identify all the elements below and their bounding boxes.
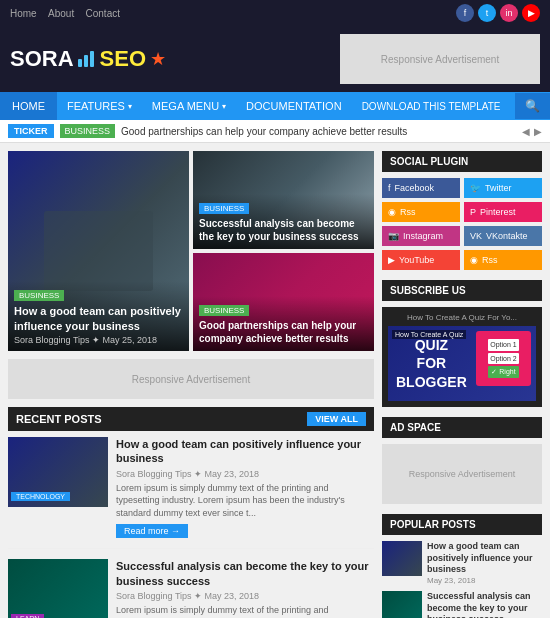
logo-dot: ★ (150, 48, 166, 70)
social-plugin-title: SOCIAL PLUGIN (382, 151, 542, 172)
featured-grid: BUSINESS How a good team can positively … (8, 151, 374, 351)
facebook-top-icon[interactable]: f (456, 4, 474, 22)
recent-post-1-content: How a good team can positively influence… (116, 437, 374, 538)
ticker-bar: TICKER BUSINESS Good partnerships can he… (0, 120, 550, 143)
main-feat-title: How a good team can positively influence… (14, 304, 183, 333)
recent-posts-header: RECENT POSTS VIEW ALL (8, 407, 374, 431)
features-chevron: ▾ (128, 102, 132, 111)
main-nav: HOME FEATURES ▾ MEGA MENU ▾ DOCUMENTATIO… (0, 92, 550, 120)
ticker-text: Good partnerships can help your company … (121, 126, 522, 137)
ad-space-section: AD SPACE Responsive Advertisement (382, 417, 542, 504)
nav-mega-menu[interactable]: MEGA MENU ▾ (142, 92, 236, 120)
twitter-top-icon[interactable]: t (478, 4, 496, 22)
facebook-btn[interactable]: f Facebook (382, 178, 460, 198)
main-feat-tag: BUSINESS (14, 290, 64, 301)
recent-post-1-excerpt: Lorem ipsum is simply dummy text of the … (116, 482, 374, 520)
logo-seo-text: SEO (100, 46, 146, 72)
rss2-label: Rss (482, 255, 498, 265)
popular-post-1-title[interactable]: How a good team can positively influence… (427, 541, 542, 576)
vk-icon: VK (470, 231, 482, 241)
vkontakte-btn[interactable]: VK VKontakte (464, 226, 542, 246)
subscribe-box: How To Create A Quiz For Yo... QUIZFORBL… (382, 307, 542, 407)
recent-post-1: TECHNOLOGY How a good team can positivel… (8, 437, 374, 549)
sidebar: SOCIAL PLUGIN f Facebook 🐦 Twitter ◉ Rss… (382, 151, 542, 618)
logo-area: SORA SEO ★ Responsive Advertisement (0, 26, 550, 92)
sub-feat-1-overlay: BUSINESS Successful analysis can become … (193, 194, 374, 249)
nav-documentation[interactable]: DOCUMENTATION (236, 92, 352, 120)
youtube-btn[interactable]: ▶ YouTube (382, 250, 460, 270)
recent-post-2-content: Successful analysis can become the key t… (116, 559, 374, 618)
popular-posts-title: POPULAR POSTS (382, 514, 542, 535)
top-nav: Home About Contact (10, 6, 128, 20)
popular-post-2-title[interactable]: Successful analysis can become the key t… (427, 591, 542, 618)
main-layout: BUSINESS How a good team can positively … (0, 143, 550, 618)
popular-post-1-info: How a good team can positively influence… (427, 541, 542, 585)
rss2-btn[interactable]: ◉ Rss (464, 250, 542, 270)
logo-sora-text: SORA (10, 46, 74, 72)
twitter-label: Twitter (485, 183, 512, 193)
subscribe-title: SUBSCRIBE US (382, 280, 542, 301)
megamenu-chevron: ▾ (222, 102, 226, 111)
content-area: BUSINESS How a good team can positively … (8, 151, 374, 618)
sub-feat-2-title: Good partnerships can help your company … (199, 319, 368, 345)
instagram-btn[interactable]: 📷 Instagram (382, 226, 460, 246)
nav-home-link[interactable]: Home (10, 8, 37, 19)
instagram-icon: 📷 (388, 231, 399, 241)
ticker-label: TICKER (8, 124, 54, 138)
nav-download[interactable]: DOWNLOAD THIS TEMPLATE (352, 93, 511, 120)
nav-about-link[interactable]: About (48, 8, 74, 19)
recent-post-1-thumb[interactable]: TECHNOLOGY (8, 437, 108, 507)
popular-posts-section: POPULAR POSTS How a good team can positi… (382, 514, 542, 618)
recent-post-2-thumb[interactable]: LEARN (8, 559, 108, 618)
recent-post-2-excerpt: Lorem ipsum is simply dummy text of the … (116, 604, 374, 618)
vk-label: VKontakte (486, 231, 528, 241)
twitter-btn[interactable]: 🐦 Twitter (464, 178, 542, 198)
social-grid: f Facebook 🐦 Twitter ◉ Rss P Pinterest 📷 (382, 178, 542, 270)
popular-post-1-thumb[interactable] (382, 541, 422, 576)
site-logo[interactable]: SORA SEO ★ (10, 46, 166, 72)
popular-post-2-thumb[interactable] (382, 591, 422, 618)
sub-feat-2-overlay: BUSINESS Good partnerships can help your… (193, 296, 374, 351)
top-social-icons: f t in ▶ (456, 4, 540, 22)
popular-post-1-date: May 23, 2018 (427, 576, 542, 585)
nav-home-btn[interactable]: HOME (0, 92, 57, 120)
sidebar-ad: Responsive Advertisement (382, 444, 542, 504)
top-bar: Home About Contact f t in ▶ (0, 0, 550, 26)
search-button[interactable]: 🔍 (515, 93, 550, 119)
recent-post-1-read-more[interactable]: Read more → (116, 524, 188, 538)
recent-post-2-title[interactable]: Successful analysis can become the key t… (116, 559, 374, 588)
social-plugin-section: SOCIAL PLUGIN f Facebook 🐦 Twitter ◉ Rss… (382, 151, 542, 270)
main-feat-overlay: BUSINESS How a good team can positively … (8, 281, 189, 351)
popular-post-2-info: Successful analysis can become the key t… (427, 591, 542, 618)
quiz-visual: Option 1 Option 2 ✓ Right (476, 331, 531, 386)
quiz-image[interactable]: QUIZFORBLOGGER Option 1 Option 2 ✓ Right… (388, 326, 536, 401)
twitter-icon: 🐦 (470, 183, 481, 193)
pinterest-btn[interactable]: P Pinterest (464, 202, 542, 222)
recent-post-1-meta: Sora Blogging Tips ✦ May 23, 2018 (116, 469, 374, 479)
header-ad-banner: Responsive Advertisement (340, 34, 540, 84)
recent-post-1-title[interactable]: How a good team can positively influence… (116, 437, 374, 466)
facebook-icon: f (388, 183, 391, 193)
rss2-icon: ◉ (470, 255, 478, 265)
logo-bars (78, 51, 94, 67)
featured-sub-item-2[interactable]: BUSINESS Good partnerships can help your… (193, 253, 374, 351)
ticker-prev-icon[interactable]: ◀ (522, 126, 530, 137)
sub-feat-2-tag: BUSINESS (199, 305, 249, 316)
ticker-icons: ◀ ▶ (522, 126, 542, 137)
nav-features[interactable]: FEATURES ▾ (57, 92, 142, 120)
pinterest-icon: P (470, 207, 476, 217)
quiz-title: QUIZFORBLOGGER (396, 336, 467, 391)
youtube-top-icon[interactable]: ▶ (522, 4, 540, 22)
nav-contact-link[interactable]: Contact (86, 8, 120, 19)
instagram-top-icon[interactable]: in (500, 4, 518, 22)
view-all-button[interactable]: VIEW ALL (307, 412, 366, 426)
featured-main-item[interactable]: BUSINESS How a good team can positively … (8, 151, 189, 351)
recent-post-2: LEARN Successful analysis can become the… (8, 559, 374, 618)
rss-icon: ◉ (388, 207, 396, 217)
featured-sub-item-1[interactable]: BUSINESS Successful analysis can become … (193, 151, 374, 249)
ticker-next-icon[interactable]: ▶ (534, 126, 542, 137)
rss-btn[interactable]: ◉ Rss (382, 202, 460, 222)
post-1-tag: TECHNOLOGY (11, 492, 70, 501)
popular-post-1: How a good team can positively influence… (382, 541, 542, 585)
subscribe-section: SUBSCRIBE US How To Create A Quiz For Yo… (382, 280, 542, 407)
